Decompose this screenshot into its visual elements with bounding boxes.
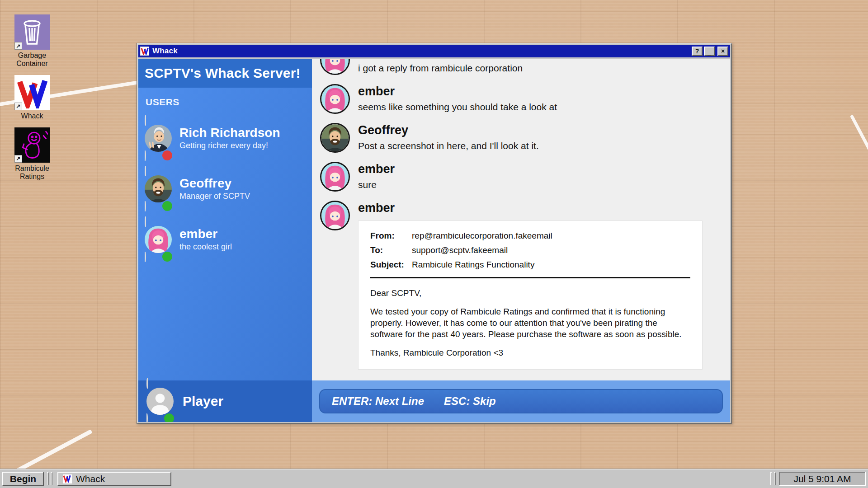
avatar-ember [320, 162, 350, 192]
rambicule-doodle-icon: ↗ [14, 127, 50, 163]
user-name: Rich Richardson [179, 126, 280, 140]
status-dot-online [164, 413, 174, 422]
server-title: SCPTV's Whack Server! [145, 66, 301, 81]
status-dot-online [162, 201, 172, 211]
message-text: seems like something you should take a l… [358, 102, 557, 113]
status-dot-busy [162, 150, 172, 160]
dialogue-advance-bar[interactable]: ENTER: Next Line ESC: Skip [319, 389, 723, 413]
whack-window: Whack ? _ × SCPTV's Whack Server! USERS … [137, 43, 732, 424]
avatar-ember [320, 84, 350, 114]
shortcut-arrow-icon: ↗ [14, 103, 22, 110]
chat-message: ember sure [320, 162, 722, 192]
taskbar-grip [46, 472, 53, 485]
user-row-ember[interactable]: ember the coolest girl [138, 214, 312, 265]
avatar-geoffrey [145, 167, 172, 211]
desktop-icon-whack[interactable]: ↗ Whack [7, 75, 57, 120]
avatar-ember [320, 201, 350, 230]
whack-task-icon [63, 474, 72, 483]
taskbar-grip [769, 472, 777, 485]
chat-message-with-email: ember From: rep@rambiculecorporation.fak… [320, 201, 722, 370]
desktop-icon-label: Whack [21, 112, 43, 120]
server-header: SCPTV's Whack Server! [138, 59, 312, 88]
esc-hint: ESC: Skip [444, 395, 496, 408]
begin-button[interactable]: Begin [2, 472, 44, 486]
message-author: ember [358, 162, 395, 176]
minimize-button[interactable]: _ [704, 47, 715, 56]
status-dot-online [162, 252, 172, 262]
user-status-text: the coolest girl [179, 242, 232, 252]
enter-hint: ENTER: Next Line [332, 395, 424, 408]
email-body-paragraph: We tested your copy of Rambicule Ratings… [370, 306, 690, 340]
window-title-bar[interactable]: Whack ? _ × [138, 45, 730, 57]
desktop-icon-label: Rambicule Ratings [9, 164, 56, 181]
users-section-label: USERS [146, 97, 312, 108]
user-status-text: Manager of SCPTV [179, 192, 250, 201]
taskbar: Begin Whack Jul 5 9:01 AM [0, 469, 868, 488]
trash-icon: ↗ [14, 14, 50, 50]
user-status-text: Getting richer every day! [179, 141, 280, 150]
email-to-label: To: [370, 245, 412, 255]
avatar-ember [320, 59, 350, 75]
chat-message: ember i got a reply from rambicule corpo… [320, 59, 722, 75]
task-label: Whack [76, 474, 105, 484]
email-from-label: From: [370, 231, 412, 241]
email-body-paragraph: Thanks, Rambicule Corporation <3 [370, 347, 690, 358]
player-name: Player [183, 394, 223, 409]
desktop-icon-label: Garbage Container [9, 52, 56, 68]
email-subject-row: Subject: Rambicule Ratings Functionality [370, 260, 690, 270]
user-row-geoffrey[interactable]: Geoffrey Manager of SCPTV [138, 164, 312, 214]
avatar-player [146, 380, 174, 422]
chat-message-list: ember i got a reply from rambicule corpo… [312, 59, 730, 380]
email-embed: From: rep@rambiculecorporation.fakeemail… [358, 221, 703, 370]
message-text: i got a reply from rambicule corporation [358, 63, 523, 74]
user-name: Geoffrey [179, 177, 250, 191]
email-body-paragraph: Dear SCPTV, [370, 287, 690, 299]
message-author: ember [358, 201, 703, 215]
whack-logo-icon: ↗ [14, 75, 50, 110]
desktop-icon-rambicule-ratings[interactable]: ↗ Rambicule Ratings [7, 127, 57, 181]
chat-message: Geoffrey Post a screenshot in here, and … [320, 123, 722, 153]
email-divider [370, 277, 690, 278]
avatar-ember [145, 218, 172, 261]
message-author: ember [358, 59, 523, 60]
email-to-value: support@scptv.fakeemail [412, 245, 508, 255]
chat-area: ember i got a reply from rambicule corpo… [312, 59, 730, 422]
whack-window-icon [140, 47, 149, 56]
help-button[interactable]: ? [692, 47, 703, 56]
email-subject-label: Subject: [370, 260, 412, 270]
taskbar-clock[interactable]: Jul 5 9:01 AM [779, 472, 866, 486]
window-content: SCPTV's Whack Server! USERS Rich Richard… [138, 59, 730, 422]
shortcut-arrow-icon: ↗ [14, 42, 22, 50]
email-from-value: rep@rambiculecorporation.fakeemail [412, 231, 552, 241]
desktop-icons: ↗ Garbage Container ↗ Whack ↗ Rambicule … [7, 14, 57, 181]
desktop-icon-garbage-container[interactable]: ↗ Garbage Container [7, 14, 57, 68]
user-name: ember [179, 227, 232, 241]
close-button[interactable]: × [717, 47, 728, 56]
message-author: Geoffrey [358, 123, 539, 137]
dialogue-prompt-band: ENTER: Next Line ESC: Skip [312, 380, 730, 422]
message-text: sure [358, 179, 395, 190]
email-body: Dear SCPTV, We tested your copy of Rambi… [370, 287, 690, 358]
court-line [850, 115, 868, 196]
user-row-rich-richardson[interactable]: Rich Richardson Getting richer every day… [138, 113, 312, 164]
player-panel: Player [138, 380, 312, 422]
avatar-rich-richardson [145, 117, 172, 160]
avatar-geoffrey [320, 123, 350, 153]
email-from-row: From: rep@rambiculecorporation.fakeemail [370, 231, 690, 241]
message-text: Post a screenshot in here, and I'll look… [358, 141, 539, 151]
shortcut-arrow-icon: ↗ [14, 155, 22, 163]
taskbar-task-whack[interactable]: Whack [57, 472, 171, 486]
server-sidebar: SCPTV's Whack Server! USERS Rich Richard… [138, 59, 312, 422]
email-subject-value: Rambicule Ratings Functionality [412, 260, 534, 270]
window-title: Whack [152, 47, 690, 56]
message-author: ember [358, 84, 557, 99]
chat-message: ember seems like something you should ta… [320, 84, 722, 114]
system-tray: Jul 5 9:01 AM [767, 472, 866, 486]
email-to-row: To: support@scptv.fakeemail [370, 245, 690, 255]
